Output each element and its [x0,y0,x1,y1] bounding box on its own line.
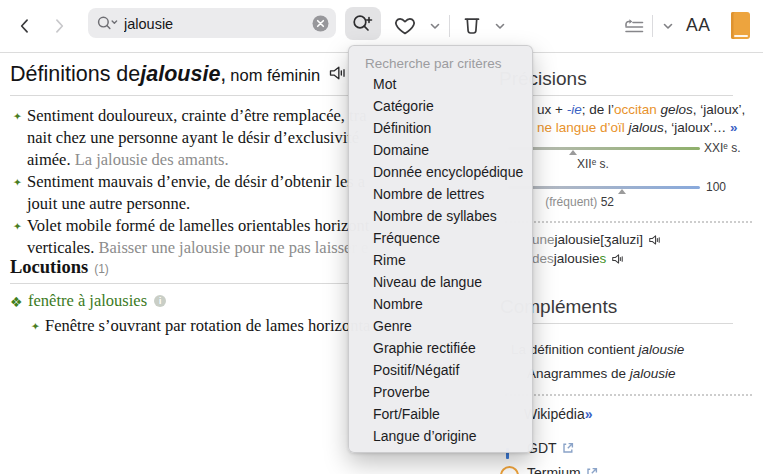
locutions-heading: Locutions (1) [10,257,109,278]
example-text: La jalousie des amants. [75,150,229,169]
reading-list-button[interactable] [620,14,648,38]
search-icon [96,14,120,36]
pronunciation-row: une jalousie [ʒaluzi] [532,231,662,248]
wikipedia-link[interactable]: Wikipédia » [524,406,593,422]
etymology-line: ne langue d’oïl jalous, ‘jaloux’… » [537,120,737,135]
menu-item-positif-negatif[interactable]: Positif/Négatif [349,359,532,381]
definition-text: Volet mobile formé de lamelles orientabl… [27,216,369,235]
definition-text: Fenêtre s’ouvrant par rotation de lames … [45,316,370,335]
menu-item-donnee-encyclopedique[interactable]: Donnée encyclopédique [349,161,532,183]
determiner: une [532,232,555,247]
termium-link[interactable]: Termium [527,465,598,474]
menu-item-genre[interactable]: Genre [349,315,532,337]
etym-language: ne langue d’oïl [537,120,629,135]
panels-menu-button[interactable] [660,19,676,33]
forward-button[interactable] [48,14,70,38]
bullet-icon: ✦ [13,220,22,232]
chevron-left-icon [15,14,35,38]
definition-text: Sentiment mauvais d’envie, de désir d’ob… [27,172,365,191]
menu-item-mot[interactable]: Mot [349,73,532,95]
gdt-link[interactable]: GDT [527,440,574,456]
definition-text: verticales. [27,238,98,257]
headword: jalousie [140,62,220,87]
section-dotted-divider [505,394,752,396]
pronounced-word: jalousie [554,251,600,266]
complement-word: jalousie [630,366,676,381]
complement-link[interactable]: La définition contient jalousie [511,342,684,357]
favorites-button[interactable] [391,13,419,39]
definition-text: Sentiment douloureux, crainte d’être rem… [27,106,366,125]
definition-text: nait chez une personne ayant le désir d’… [27,128,359,147]
search-plus-icon [351,12,375,36]
locution-link[interactable]: fenêtre à jalousies i [28,291,166,311]
search-criteria-menu: Recherche par critères Mot Catégorie Déf… [348,45,533,453]
back-button[interactable] [14,14,36,38]
definition-line: Volet mobile formé de lamelles orientabl… [27,216,369,236]
speaker-icon[interactable] [648,233,662,250]
external-link-icon [586,466,598,474]
pronunciation-row: des jalousies [532,250,625,267]
menu-item-langue-origine[interactable]: Langue d’origine [349,425,532,447]
definition-line: jouit une autre personne. [27,194,190,214]
locutions-count: (1) [94,262,109,276]
pronounced-word: jalousie [555,232,601,247]
menu-item-proverbe[interactable]: Proverbe [349,381,532,403]
book-pages [734,35,748,38]
definition-text: jouit une autre personne. [27,194,190,213]
timeline-marker [569,150,577,155]
bullet-icon: ✦ [13,110,22,122]
precisions-divider [508,95,733,96]
frequency-marker [618,189,626,194]
complement-text: Anagrammes de [527,366,630,381]
toolbar-separator [652,15,653,37]
dictionary-book-icon[interactable] [731,12,750,39]
locution-phrase[interactable]: fenêtre à jalousies [28,291,147,311]
locution-definition: Fenêtre s’ouvrant par rotation de lames … [45,316,370,336]
menu-item-domaine[interactable]: Domaine [349,139,532,161]
clear-search-icon[interactable] [312,15,329,36]
menu-item-frequence[interactable]: Fréquence [349,227,532,249]
definition-line: aimée. La jalousie des amants. [27,150,229,170]
external-link-icon [562,441,574,457]
termium-icon [500,466,519,474]
more-chevrons: » [585,406,593,422]
favorites-menu-button[interactable] [427,19,443,33]
chevron-down-icon [428,19,442,33]
chevron-down-icon [661,19,675,33]
complement-link[interactable]: Anagrammes de jalousie [527,366,676,381]
definition-line: verticales. Baisser une jalousie pour ne… [27,238,368,258]
menu-item-fort-faible[interactable]: Fort/Faible [349,403,532,425]
menu-item-nombre-de-lettres[interactable]: Nombre de lettres [349,183,532,205]
menu-item-nombre[interactable]: Nombre [349,293,532,315]
menu-item-graphie-rectifiee[interactable]: Graphie rectifiée [349,337,532,359]
menu-item-categorie[interactable]: Catégorie [349,95,532,117]
wikipedia-label: Wikipédia [524,406,585,422]
century-timeline [508,147,700,150]
timeline-marker-label: XIIᵉ s. [577,157,609,171]
bullet-icon: ✦ [31,320,40,332]
basket-button[interactable] [458,13,486,39]
frequency-word: (fréquent) [545,195,600,209]
timeline-end-label: XXIᵉ s. [704,141,740,155]
menu-item-rime[interactable]: Rime [349,249,532,271]
etym-language: occitan [614,102,657,117]
menu-item-definition[interactable]: Définition [349,117,532,139]
search-field[interactable] [88,8,336,38]
search-input[interactable] [122,8,302,40]
etym-text: , ‘jaloux’, [693,102,746,117]
part-of-speech: nom féminin [230,66,320,85]
speaker-icon[interactable] [611,252,625,269]
basket-menu-button[interactable] [492,19,508,33]
speaker-icon[interactable] [328,63,348,87]
menu-item-nombre-de-syllabes[interactable]: Nombre de syllabes [349,205,532,227]
definition-line: Sentiment mauvais d’envie, de désir d’ob… [27,172,365,192]
determiner: des [532,251,554,266]
menu-header: Recherche par critères [349,55,532,73]
search-by-criteria-button[interactable] [345,7,381,40]
info-icon[interactable]: i [154,295,166,307]
frequency-max-label: 100 [706,180,726,194]
menu-item-niveau-de-langue[interactable]: Niveau de langue [349,271,532,293]
chevron-down-icon [493,19,507,33]
text-size-button[interactable]: AA [686,15,710,36]
more-link[interactable]: » [730,120,738,135]
